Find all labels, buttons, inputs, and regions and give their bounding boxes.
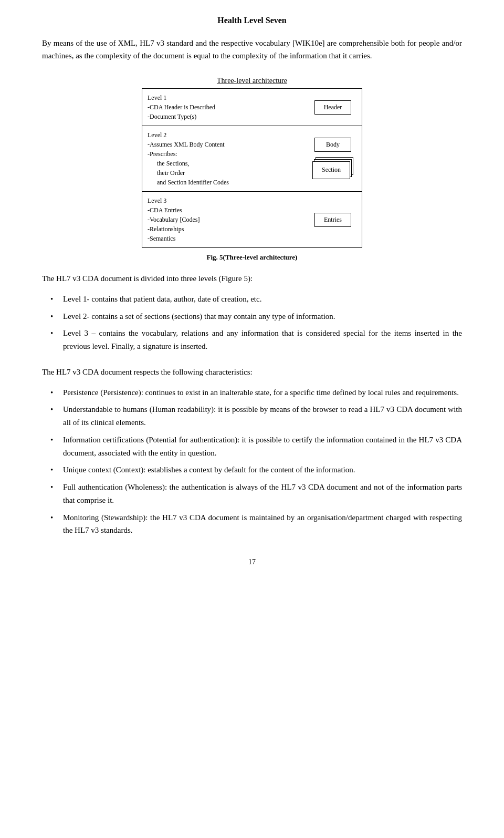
characteristic-item-6: Monitoring (Stewardship): the HL7 v3 CDA… (58, 511, 462, 537)
diagram-row-level3: Level 3 -CDA Entries -Vocabulary [Codes]… (142, 192, 362, 247)
level3-title: Level 3 (148, 196, 309, 205)
characteristics-intro: The HL7 v3 CDA document respects the fol… (42, 366, 462, 379)
level2-line5: and Section Identifier Codes (148, 178, 309, 187)
page-number: 17 (42, 558, 462, 566)
diagram-left-level3: Level 3 -CDA Entries -Vocabulary [Codes]… (148, 196, 309, 243)
diagram-right-level1: Header (309, 100, 356, 115)
level1-line1: -CDA Header is Described (148, 102, 309, 112)
diagram-title: Three-level architecture (217, 77, 287, 85)
characteristic-item-1: Persistence (Persistence): continues to … (58, 386, 462, 399)
level3-line4: -Semantics (148, 234, 309, 243)
level3-line2: -Vocabulary [Codes] (148, 215, 309, 224)
diagram-left-level2: Level 2 -Assumes XML Body Content -Presc… (148, 130, 309, 187)
level2-line3: the Sections, (148, 159, 309, 168)
level3-line1: -CDA Entries (148, 205, 309, 215)
diagram-right-level3: Entries (309, 213, 356, 227)
entries-box: Entries (314, 213, 351, 227)
section-box: Section (312, 161, 350, 179)
characteristic-item-4: Unique context (Context): establishes a … (58, 463, 462, 477)
section-stack: Section (312, 157, 353, 180)
fig-caption: Fig. 5(Three-level architecture) (42, 253, 462, 262)
diagram-left-level1: Level 1 -CDA Header is Described -Docume… (148, 93, 309, 121)
level-item-1: Level 1- contains that patient data, aut… (58, 293, 462, 306)
page-title: Health Level Seven (42, 16, 462, 25)
diagram: Three-level architecture Level 1 -CDA He… (142, 77, 362, 248)
level3-line3: -Relationships (148, 224, 309, 234)
header-box: Header (314, 100, 351, 115)
level1-line2: -Document Type(s) (148, 112, 309, 121)
level-item-2: Level 2- contains a set of sections (sec… (58, 310, 462, 323)
diagram-outer: Level 1 -CDA Header is Described -Docume… (142, 88, 362, 248)
diagram-right-level2: Body Section (309, 138, 356, 180)
characteristic-item-5: Full authentication (Wholeness): the aut… (58, 481, 462, 507)
level1-title: Level 1 (148, 93, 309, 102)
characteristic-item-3: Information certifications (Potential fo… (58, 433, 462, 460)
level2-title: Level 2 (148, 130, 309, 140)
level2-line2: -Prescribes: (148, 149, 309, 159)
characteristics-list: Persistence (Persistence): continues to … (42, 386, 462, 537)
diagram-row-level1: Level 1 -CDA Header is Described -Docume… (142, 89, 362, 126)
level2-line1: -Assumes XML Body Content (148, 140, 309, 149)
intro-paragraph: By means of the use of XML, HL7 v3 stand… (42, 37, 462, 62)
body-box: Body (314, 138, 351, 152)
level-item-3: Level 3 – contains the vocabulary, relat… (58, 327, 462, 353)
divided-intro: The HL7 v3 CDA document is divided into … (42, 272, 462, 285)
levels-list: Level 1- contains that patient data, aut… (42, 293, 462, 353)
diagram-row-level2: Level 2 -Assumes XML Body Content -Presc… (142, 126, 362, 192)
level2-line4: their Order (148, 168, 309, 178)
characteristic-item-2: Understandable to humans (Human readabil… (58, 403, 462, 429)
